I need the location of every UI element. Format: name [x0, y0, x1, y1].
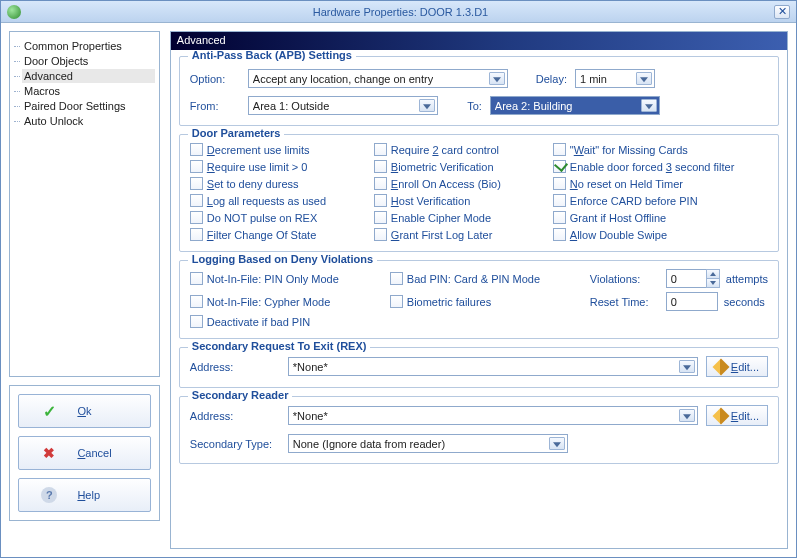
apb-option-label: Option: [190, 73, 240, 85]
violations-spin[interactable] [666, 269, 720, 288]
client-area: Common PropertiesDoor ObjectsAdvancedMac… [1, 23, 796, 557]
nav-item-common-properties[interactable]: Common Properties [22, 39, 155, 53]
checkbox-icon [553, 228, 566, 241]
panel-title: Advanced [171, 32, 787, 50]
logging-checkbox[interactable]: Not-In-File: PIN Only Mode [190, 272, 390, 285]
doorparam-checkbox[interactable]: Enable Cipher Mode [374, 211, 549, 224]
apb-to-combo[interactable]: Area 2: Building [490, 96, 660, 115]
checkbox-icon [553, 177, 566, 190]
reader-address-combo[interactable]: *None* [288, 406, 698, 425]
checkbox-icon [390, 272, 403, 285]
apb-option-combo[interactable]: Accept any location, change on entry [248, 69, 508, 88]
checkbox-icon [190, 211, 203, 224]
logging-checkbox[interactable]: Biometric failures [390, 295, 590, 308]
check-icon: ✓ [41, 403, 57, 419]
doorparam-checkbox[interactable]: Grant First Log Later [374, 228, 549, 241]
group-rex-legend: Secondary Request To Exit (REX) [188, 340, 371, 352]
group-reader: Secondary Reader Address: *None* Edit...… [179, 396, 779, 464]
window-title: Hardware Properties: DOOR 1.3.D1 [27, 6, 774, 18]
reader-address-label: Address: [190, 410, 280, 422]
doorparam-checkbox[interactable]: Enroll On Access (Bio) [374, 177, 549, 190]
dialog-buttons: ✓ Ok ✖ Cancel ? Help [9, 385, 160, 521]
checkbox-icon [374, 194, 387, 207]
doorparam-checkbox[interactable]: Require 2 card control [374, 143, 549, 156]
doorparam-checkbox[interactable]: Host Verification [374, 194, 549, 207]
group-apb: Anti-Pass Back (APB) Settings Option: Ac… [179, 56, 779, 126]
reader-edit-button[interactable]: Edit... [706, 405, 768, 426]
doorparam-checkbox[interactable]: Require use limit > 0 [190, 160, 370, 173]
group-logging-legend: Logging Based on Deny Violations [188, 253, 377, 265]
checkbox-icon [190, 160, 203, 173]
checkbox-icon [374, 143, 387, 156]
violations-label: Violations: [590, 273, 660, 285]
content-panel: Advanced Anti-Pass Back (APB) Settings O… [170, 31, 788, 549]
reader-type-combo[interactable]: None (Ignore data from reader) [288, 434, 568, 453]
checkbox-icon [374, 160, 387, 173]
group-reader-legend: Secondary Reader [188, 389, 293, 401]
group-door-params-legend: Door Parameters [188, 127, 285, 139]
doorparam-checkbox[interactable]: No reset on Held Timer [553, 177, 768, 190]
doorparam-checkbox[interactable]: Biometric Verification [374, 160, 549, 173]
app-icon [7, 5, 21, 19]
nav-item-advanced[interactable]: Advanced [22, 69, 155, 83]
close-icon: ✖ [41, 445, 57, 461]
reset-label: Reset Time: [590, 296, 660, 308]
titlebar: Hardware Properties: DOOR 1.3.D1 ✕ [1, 1, 796, 23]
doorparam-checkbox[interactable]: Grant if Host Offline [553, 211, 768, 224]
rex-address-label: Address: [190, 361, 280, 373]
help-label: Help [77, 489, 127, 501]
rex-edit-button[interactable]: Edit... [706, 356, 768, 377]
nav-item-auto-unlock[interactable]: Auto Unlock [22, 114, 155, 128]
nav-item-door-objects[interactable]: Door Objects [22, 54, 155, 68]
doorparam-checkbox[interactable]: "Wait" for Missing Cards [553, 143, 768, 156]
checkbox-icon [390, 295, 403, 308]
apb-to-label: To: [458, 100, 482, 112]
pencil-icon [712, 407, 729, 424]
doorparam-checkbox[interactable]: Do NOT pulse on REX [190, 211, 370, 224]
left-column: Common PropertiesDoor ObjectsAdvancedMac… [9, 31, 160, 549]
doorparam-checkbox[interactable]: Set to deny duress [190, 177, 370, 190]
doorparam-checkbox[interactable]: Enable door forced 3 second filter [553, 160, 768, 173]
doorparam-checkbox[interactable]: Log all requests as used [190, 194, 370, 207]
spin-up[interactable] [706, 269, 720, 278]
logging-checkbox[interactable]: Not-In-File: Cypher Mode [190, 295, 390, 308]
reader-type-label: Secondary Type: [190, 438, 280, 450]
violations-input[interactable] [666, 269, 706, 288]
ok-label: Ok [77, 405, 127, 417]
checkbox-icon [553, 160, 566, 173]
logging-checkbox[interactable]: Deactivate if bad PIN [190, 315, 390, 328]
cancel-label: Cancel [77, 447, 127, 459]
checkbox-icon [190, 143, 203, 156]
group-rex: Secondary Request To Exit (REX) Address:… [179, 347, 779, 388]
cancel-button[interactable]: ✖ Cancel [18, 436, 151, 470]
checkbox-icon [553, 143, 566, 156]
nav-item-macros[interactable]: Macros [22, 84, 155, 98]
doorparam-checkbox[interactable]: Filter Change Of State [190, 228, 370, 241]
apb-from-combo[interactable]: Area 1: Outside [248, 96, 438, 115]
logging-checkbox[interactable]: Bad PIN: Card & PIN Mode [390, 272, 590, 285]
doorparam-checkbox[interactable]: Decrement use limits [190, 143, 370, 156]
rex-address-combo[interactable]: *None* [288, 357, 698, 376]
help-icon: ? [41, 487, 57, 503]
ok-button[interactable]: ✓ Ok [18, 394, 151, 428]
panel-body: Anti-Pass Back (APB) Settings Option: Ac… [171, 50, 787, 548]
nav-tree: Common PropertiesDoor ObjectsAdvancedMac… [9, 31, 160, 377]
nav-item-paired-door-settings[interactable]: Paired Door Settings [22, 99, 155, 113]
help-button[interactable]: ? Help [18, 478, 151, 512]
doorparam-checkbox[interactable]: Allow Double Swipe [553, 228, 768, 241]
checkbox-icon [374, 211, 387, 224]
checkbox-icon [553, 211, 566, 224]
close-button[interactable]: ✕ [774, 5, 790, 19]
checkbox-icon [190, 177, 203, 190]
checkbox-icon [190, 228, 203, 241]
apb-delay-combo[interactable]: 1 min [575, 69, 655, 88]
spin-down[interactable] [706, 278, 720, 288]
doorparam-checkbox[interactable]: Enforce CARD before PIN [553, 194, 768, 207]
apb-from-label: From: [190, 100, 240, 112]
checkbox-icon [374, 177, 387, 190]
checkbox-icon [190, 272, 203, 285]
checkbox-icon [190, 315, 203, 328]
reset-unit: seconds [724, 296, 765, 308]
group-logging: Logging Based on Deny Violations Not-In-… [179, 260, 779, 339]
reset-input[interactable] [666, 292, 718, 311]
